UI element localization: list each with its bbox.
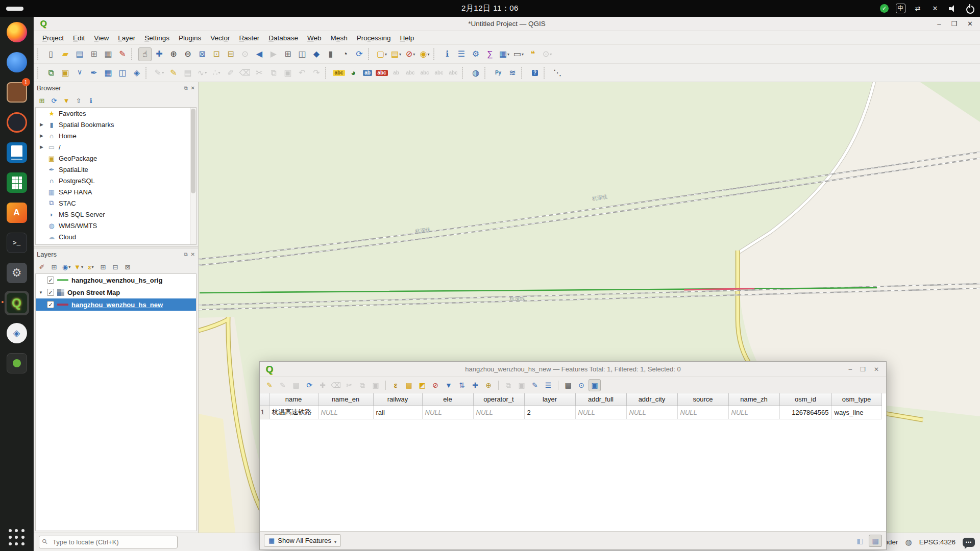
attr-select-all-button[interactable]: ▤	[403, 379, 415, 391]
column-header-addr_city[interactable]: addr_city	[626, 393, 677, 406]
open-layer-styling-panel-button[interactable]: ✐	[36, 261, 47, 272]
highlight-pinned-labels-button[interactable]: ab	[361, 66, 374, 80]
new-gpx-layer-button[interactable]: ◈	[130, 66, 143, 80]
menu-project[interactable]: Project	[38, 32, 68, 44]
modify-attributes-button[interactable]: ✐	[224, 66, 237, 80]
rotate-label-button[interactable]: abc	[432, 66, 446, 80]
maximize-button[interactable]: ❒	[951, 20, 957, 28]
cell-osm_type[interactable]: ways_line	[831, 406, 881, 419]
attr-invert-selection-button[interactable]: ◩	[416, 379, 428, 391]
map-tips-button[interactable]: ❝	[526, 47, 540, 61]
pin-unpin-labels-button[interactable]: ab	[389, 66, 403, 80]
show-applications-button[interactable]	[8, 529, 26, 546]
style-manager-button[interactable]: ✎	[116, 47, 129, 61]
zoom-out-button[interactable]: ⊖	[181, 47, 194, 61]
column-header-layer[interactable]: layer	[524, 393, 575, 406]
cell-osm_id[interactable]: 1267864565	[779, 406, 831, 419]
undo-button[interactable]: ↶	[296, 66, 309, 80]
browser-item--[interactable]: ▶▭/	[36, 141, 196, 153]
cell-operator_t[interactable]: NULL	[473, 406, 524, 419]
attr-delete-selected-button[interactable]: ⌫	[330, 379, 342, 391]
cell-railway[interactable]: rail	[373, 406, 422, 419]
cell-addr_full[interactable]: NULL	[575, 406, 626, 419]
osm-place-search-button[interactable]: ⊙▾	[541, 47, 554, 61]
column-header-addr_full[interactable]: addr_full	[575, 393, 626, 406]
zoom-next-button[interactable]: ▶	[267, 47, 280, 61]
current-edits-button[interactable]: ✎▾	[153, 66, 166, 80]
redo-button[interactable]: ↷	[310, 66, 323, 80]
browser-item-sap-hana[interactable]: ▦SAP HANA	[36, 186, 196, 197]
browser-item-stac[interactable]: ⧉STAC	[36, 197, 196, 209]
crs-indicator[interactable]: EPSG:4326	[919, 538, 955, 546]
select-features-by-value-button[interactable]: ▤▾	[389, 47, 403, 61]
attr-paste-cells-button[interactable]: ▣	[516, 379, 528, 391]
menu-edit[interactable]: Edit	[68, 32, 89, 44]
show-spatial-bookmarks-button[interactable]: ▮	[324, 47, 337, 61]
column-header-osm_id[interactable]: osm_id	[779, 393, 831, 406]
show-layout-manager-button[interactable]: ▦	[102, 47, 115, 61]
cell-source[interactable]: NULL	[677, 406, 728, 419]
attr-filter-select-button[interactable]: ▼	[443, 379, 455, 391]
cell-addr_city[interactable]: NULL	[626, 406, 677, 419]
identify-features-button[interactable]: ℹ	[440, 47, 454, 61]
menu-plugins[interactable]: Plugins	[174, 32, 206, 44]
column-header-operator_t[interactable]: operator_t	[473, 393, 524, 406]
browser-close-button[interactable]: ✕	[191, 85, 195, 91]
menu-database[interactable]: Database	[264, 32, 303, 44]
remove-layer-button[interactable]: ⊠	[122, 261, 133, 272]
deselect-features-button[interactable]: ⊘▾	[404, 47, 417, 61]
locator-search-input[interactable]	[39, 536, 178, 548]
attr-cut-button[interactable]: ✂	[343, 379, 355, 391]
browser-collapse-all-button[interactable]: ⇧	[73, 95, 84, 106]
layers-close-button[interactable]: ✕	[191, 252, 195, 258]
attr-panel-view-button[interactable]: ▤	[562, 379, 574, 391]
change-label-button[interactable]: abc	[447, 66, 460, 80]
cell-layer[interactable]: 2	[524, 406, 575, 419]
attr-zoom-to-selection-button[interactable]: ⊕	[482, 379, 495, 391]
browser-item-scenes[interactable]: ◫Scenes	[36, 242, 196, 245]
system-clock[interactable]: 2月12日 11：06	[0, 4, 980, 13]
show-unplaced-labels-button[interactable]: abc	[375, 66, 388, 80]
attr-paste-button[interactable]: ▣	[370, 379, 382, 391]
vertex-tool-button[interactable]: ∴▾	[210, 66, 223, 80]
close-button[interactable]: ✕	[967, 20, 973, 28]
statistical-summary-button[interactable]: ☰	[455, 47, 468, 61]
python-console-button[interactable]: Py	[492, 66, 505, 80]
cell-name_en[interactable]: NULL	[318, 406, 373, 419]
column-header-source[interactable]: source	[677, 393, 728, 406]
filter-legend-by-expression-button[interactable]: ε▾	[85, 261, 96, 272]
show-hidden-labels-button[interactable]: abc	[404, 66, 417, 80]
column-header-name_zh[interactable]: name_zh	[728, 393, 779, 406]
menu-layer[interactable]: Layer	[113, 32, 140, 44]
browser-item-spatialite[interactable]: ✒SpatiaLite	[36, 164, 196, 175]
attr-copy-button[interactable]: ⧉	[356, 379, 369, 391]
move-label-button[interactable]: abc	[418, 66, 431, 80]
paste-features-button[interactable]: ▣	[281, 66, 295, 80]
network-off-icon[interactable]: ✕	[930, 4, 940, 14]
dock-libreoffice-writer[interactable]	[5, 140, 29, 165]
layer-labeling-options-button[interactable]: abc	[332, 66, 346, 80]
project-open-button[interactable]: ▰	[59, 47, 72, 61]
collapse-all-button[interactable]: ⊟	[110, 261, 121, 272]
column-header-railway[interactable]: railway	[373, 393, 422, 406]
zoom-to-selection-button[interactable]: ⊟	[224, 47, 237, 61]
browser-item-wms-wmts[interactable]: ◍WMS/WMTS	[36, 220, 196, 231]
dialog-maximize-button[interactable]: ❒	[860, 366, 866, 373]
browser-item-cloud[interactable]: ☁Cloud	[36, 231, 196, 242]
menu-processing[interactable]: Processing	[352, 32, 396, 44]
dock-settings[interactable]: ⚙	[5, 261, 29, 285]
column-header-ele[interactable]: ele	[422, 393, 473, 406]
browser-refresh-button[interactable]: ⟳	[48, 95, 60, 106]
layers-float-button[interactable]: ⧉	[184, 252, 187, 258]
attr-search-widget-button[interactable]: ⊙	[575, 379, 587, 391]
dialog-minimize-button[interactable]: –	[848, 366, 852, 373]
table-view-button[interactable]: ▦	[869, 535, 882, 547]
new-map-view-button[interactable]: ⊞	[281, 47, 295, 61]
expand-arrow-icon[interactable]: ▶	[39, 122, 44, 127]
network-share-icon[interactable]: ⇄	[913, 4, 923, 14]
expand-arrow-icon[interactable]: ▶	[39, 144, 44, 149]
dock-libreoffice-calc[interactable]	[5, 170, 29, 195]
show-all-features-button[interactable]: ▦ Show All Features ▾	[264, 534, 341, 547]
layer-item-hangzhou-wenzhou-hs-new[interactable]: ✓hangzhou_wenzhou_hs_new	[36, 298, 196, 311]
layer-diagram-options-button[interactable]: ◕	[347, 66, 360, 80]
